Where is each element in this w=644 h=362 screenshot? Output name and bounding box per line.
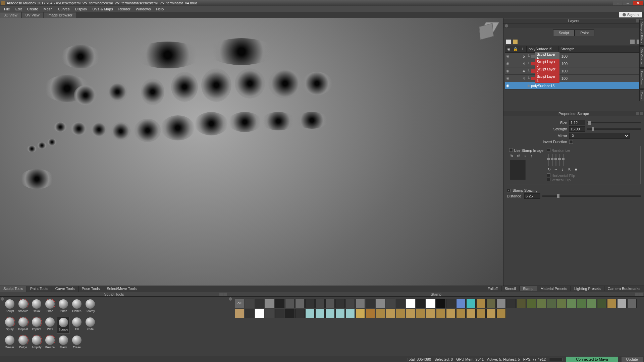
- sculpt-tool-grab[interactable]: Grab: [44, 299, 56, 315]
- side-tab-objchooser[interactable]: Obj Chooser: [639, 46, 644, 68]
- sculpt-tool-fill[interactable]: Fill: [70, 317, 83, 334]
- stamp-thumbnail[interactable]: [537, 299, 546, 308]
- stamp-thumbnail[interactable]: [517, 299, 526, 308]
- stamp-thumbnail[interactable]: [396, 299, 405, 308]
- stamp-thumbnail[interactable]: [436, 299, 445, 308]
- stamp-thumbnail[interactable]: [496, 309, 506, 318]
- stamp-thumbnail[interactable]: [476, 299, 486, 308]
- stamp-thumbnail[interactable]: [325, 299, 335, 308]
- stamp-thumbnail[interactable]: [305, 309, 315, 318]
- stamp-thumbnail[interactable]: [426, 299, 435, 308]
- tool-tab-materialpresets[interactable]: Material Presets: [537, 286, 571, 291]
- stamp-thumbnail[interactable]: [597, 299, 606, 308]
- stamp-thumbnail[interactable]: [345, 309, 355, 318]
- randomize-flip-v-icon[interactable]: ↕: [560, 167, 565, 172]
- stamp-thumbnail[interactable]: [577, 299, 586, 308]
- strength-slider[interactable]: [587, 128, 641, 130]
- randomize-flip-h-icon[interactable]: ↔: [553, 167, 558, 172]
- stamp-off[interactable]: Off: [235, 299, 244, 308]
- stamp-thumbnail[interactable]: [386, 299, 395, 308]
- stamp-thumbnail[interactable]: [325, 309, 335, 318]
- invert-checkbox[interactable]: [569, 140, 573, 144]
- stamp-thumbnail[interactable]: [446, 309, 455, 318]
- size-input[interactable]: [569, 120, 585, 125]
- randomize-rotate-icon[interactable]: ↻: [547, 167, 551, 172]
- stamp-thumbnail[interactable]: [416, 299, 425, 308]
- tool-tab-camerabookmarks[interactable]: Camera Bookmarks: [604, 286, 644, 291]
- dock-icon[interactable]: [219, 293, 223, 296]
- minimize-button[interactable]: −: [613, 1, 623, 5]
- sculpt-tool-bulge[interactable]: Bulge: [17, 335, 30, 352]
- tool-tab-painttools[interactable]: Paint Tools: [27, 286, 52, 292]
- sculpt-tool-pinch[interactable]: Pinch: [57, 299, 70, 315]
- stamp-thumbnail[interactable]: [416, 309, 425, 318]
- collapse-icon[interactable]: [229, 297, 232, 301]
- sculpt-tool-wax[interactable]: Wax: [44, 317, 56, 334]
- stamp-thumbnail[interactable]: [265, 309, 274, 318]
- visibility-toggle[interactable]: ◉: [505, 54, 511, 58]
- stamp-thumbnail[interactable]: [255, 309, 264, 318]
- open-layer-icon[interactable]: [513, 40, 518, 44]
- stamp-thumbnail[interactable]: [617, 299, 627, 308]
- vflip-checkbox[interactable]: [547, 178, 550, 181]
- sculpt-tool-foamy[interactable]: Foamy: [84, 299, 97, 315]
- tool-tab-falloff[interactable]: Falloff: [484, 286, 501, 291]
- sign-in-button[interactable]: Sign In: [619, 12, 642, 17]
- stamp-thumbnail[interactable]: [245, 299, 254, 308]
- maya-connection-badge[interactable]: Connected to Maya: [566, 357, 618, 362]
- visibility-toggle[interactable]: ◉: [505, 69, 511, 73]
- visibility-toggle[interactable]: ◉: [505, 61, 511, 66]
- new-layer-icon[interactable]: [506, 40, 511, 44]
- dock-icon[interactable]: [635, 293, 639, 296]
- stamp-thumbnail[interactable]: [285, 309, 294, 318]
- sculpt-tool-imprint[interactable]: Imprint: [30, 317, 43, 334]
- layer-tab-paint[interactable]: Paint: [575, 29, 594, 36]
- sculpt-tool-smooth[interactable]: Smooth: [17, 299, 30, 315]
- tool-tab-curvetools[interactable]: Curve Tools: [52, 286, 78, 292]
- size-slider[interactable]: [587, 122, 641, 123]
- stamp-thumbnail[interactable]: [295, 309, 305, 318]
- stamp-thumbnail[interactable]: [295, 299, 305, 308]
- stamp-thumbnail[interactable]: [265, 299, 274, 308]
- stamp-thumbnail[interactable]: [456, 309, 466, 318]
- stamp-thumbnail[interactable]: [436, 309, 445, 318]
- menu-display[interactable]: Display: [72, 7, 90, 11]
- view-tab-dview[interactable]: 3D View: [0, 12, 21, 18]
- stamp-thumbnail[interactable]: [275, 309, 284, 318]
- stamp-thumbnail[interactable]: [315, 299, 325, 308]
- stamp-thumbnail[interactable]: [607, 299, 616, 308]
- stamp-thumbnail[interactable]: [356, 299, 365, 308]
- layer-row[interactable]: ◉5└Sculpt Layer 4100: [505, 53, 643, 60]
- stamp-thumbnail[interactable]: [396, 309, 405, 318]
- randomize-stop-icon[interactable]: ■: [574, 167, 578, 172]
- sculpt-tool-amplify[interactable]: Amplify: [30, 335, 43, 352]
- lock-column-icon[interactable]: 🔒: [511, 46, 517, 52]
- stamp-thumbnail[interactable]: [446, 299, 455, 308]
- tool-tab-selectmovetools[interactable]: Select/Move Tools: [103, 286, 140, 292]
- pin-icon[interactable]: [636, 19, 639, 22]
- stamp-checkbox[interactable]: [509, 148, 513, 152]
- sculpt-tool-relax[interactable]: Relax: [30, 299, 43, 315]
- sculpt-tool-mask[interactable]: Mask: [57, 335, 70, 352]
- tool-tab-posetools[interactable]: Pose Tools: [78, 286, 104, 292]
- stamp-thumbnail[interactable]: [345, 299, 355, 308]
- hflip-checkbox[interactable]: [547, 173, 550, 177]
- stamp-thumbnail[interactable]: [587, 299, 596, 308]
- view-tab-imagebrowser[interactable]: Image Browser: [44, 12, 76, 18]
- stamp-thumbnail[interactable]: [567, 299, 576, 308]
- close-panel-icon[interactable]: [640, 112, 643, 115]
- tool-tab-sculpttools[interactable]: Sculpt Tools: [0, 286, 27, 292]
- close-icon[interactable]: [223, 293, 227, 296]
- mirror-select[interactable]: X: [569, 133, 630, 139]
- stamp-preview[interactable]: [509, 160, 526, 180]
- close-button[interactable]: ✕: [633, 1, 643, 5]
- stamp-thumbnail[interactable]: [456, 299, 466, 308]
- rotate-icon[interactable]: ↻: [509, 154, 514, 159]
- visibility-column-icon[interactable]: ◉: [505, 46, 511, 52]
- sculpt-tool-knife[interactable]: Knife: [84, 317, 97, 334]
- menu-help[interactable]: Help: [153, 7, 166, 11]
- stamp-thumbnail[interactable]: [557, 299, 566, 308]
- randomize-checkbox[interactable]: [547, 148, 550, 152]
- stamp-thumbnail[interactable]: [356, 309, 365, 318]
- stamp-thumbnail[interactable]: [627, 299, 637, 308]
